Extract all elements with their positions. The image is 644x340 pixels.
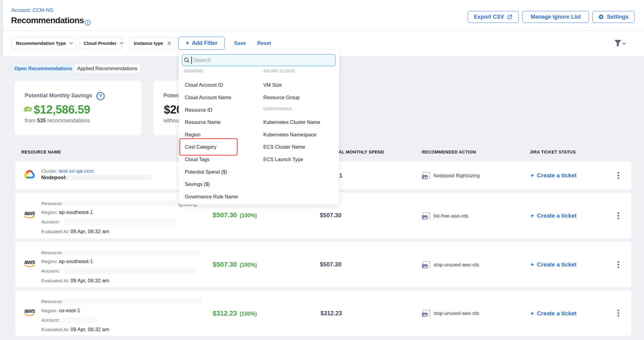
svg-text:?: ? bbox=[99, 93, 102, 99]
